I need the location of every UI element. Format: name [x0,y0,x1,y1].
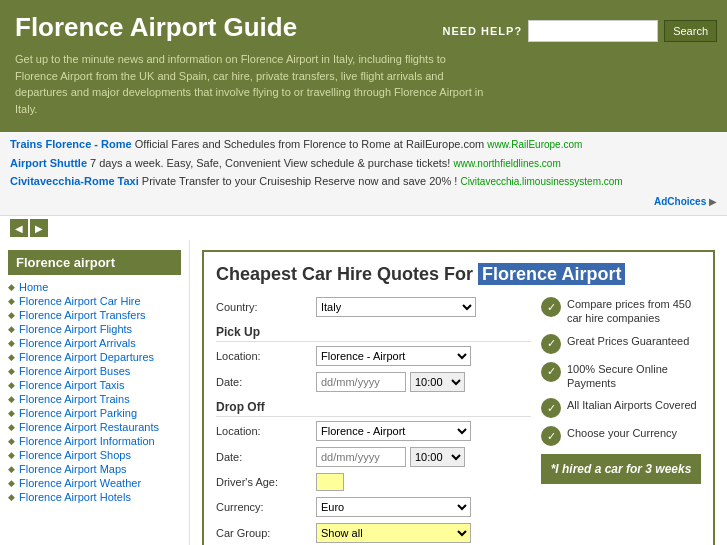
ad-url-1: www.RailEurope.com [487,139,582,150]
drivers-age-input[interactable] [316,473,344,491]
country-label: Country: [216,301,316,313]
dropoff-location-select[interactable]: Florence - Airport [316,421,471,441]
ad-url-3: Civitavecchia.limousinessystem.com [460,176,622,187]
dropoff-time-select[interactable]: 10:00 [410,447,465,467]
list-item[interactable]: ◆ Florence Airport Buses [8,365,181,377]
feature-item-1: ✓ Compare prices from 450 car hire compa… [541,297,701,326]
feature-text-1: Compare prices from 450 car hire compani… [567,297,697,326]
feature-check-icon-4: ✓ [541,398,561,418]
list-item[interactable]: ◆ Florence Airport Arrivals [8,337,181,349]
car-group-row: Car Group: Show all [216,523,531,543]
dropoff-date-label: Date: [216,451,316,463]
feature-check-icon-5: ✓ [541,426,561,446]
nav-arrows-container: ◀ ▶ [0,216,727,240]
list-item[interactable]: ◆ Florence Airport Restaurants [8,421,181,433]
header: Florence Airport Guide Get up to the min… [0,0,727,132]
form-with-features: Country: Italy Pick Up Location: Florenc… [216,297,701,545]
testimonial-box: *I hired a car for 3 weeks [541,454,701,484]
feature-text-2: Great Prices Guaranteed [567,334,689,348]
ad-choices-arrow: ▶ [709,196,717,207]
ad-text-1: Official Fares and Schedules from Floren… [135,138,488,150]
list-item[interactable]: ◆ Florence Airport Transfers [8,309,181,321]
need-help-label: NEED HELP? [442,25,522,37]
list-item[interactable]: ◆ Florence Airport Maps [8,463,181,475]
feature-check-icon-3: ✓ [541,362,561,382]
dropoff-date-inputs: 10:00 [316,447,465,467]
ad-link-3[interactable]: Civitavecchia-Rome Taxi [10,175,139,187]
ad-text-3: Private Transfer to your Cruiseship Rese… [142,175,461,187]
pickup-location-row: Location: Florence - Airport [216,346,531,366]
features-panel: ✓ Compare prices from 450 car hire compa… [541,297,701,545]
currency-row: Currency: Euro [216,497,531,517]
ad-link-2[interactable]: Airport Shuttle [10,157,87,169]
ad-text-2: 7 days a week. Easy, Safe, Convenient Vi… [90,157,453,169]
drivers-age-row: Driver's Age: [216,473,531,491]
feature-check-icon-2: ✓ [541,334,561,354]
feature-text-3: 100% Secure Online Payments [567,362,697,391]
sidebar: Florence airport ◆ Home ◆ Florence Airpo… [0,240,190,545]
pickup-date-label: Date: [216,376,316,388]
pickup-section-header: Pick Up [216,325,531,342]
pickup-date-inputs: 10:00 [316,372,465,392]
nav-next-button[interactable]: ▶ [30,219,48,237]
currency-select[interactable]: Euro [316,497,471,517]
feature-item-3: ✓ 100% Secure Online Payments [541,362,701,391]
content-area: Cheapest Car Hire Quotes For Florence Ai… [190,240,727,545]
pickup-date-input[interactable] [316,372,406,392]
car-hire-title: Cheapest Car Hire Quotes For Florence Ai… [216,264,701,285]
form-fields: Country: Italy Pick Up Location: Florenc… [216,297,531,545]
country-row: Country: Italy [216,297,531,317]
ad-choices-link[interactable]: AdChoices [654,196,706,207]
pickup-location-label: Location: [216,350,316,362]
country-select[interactable]: Italy [316,297,476,317]
list-item[interactable]: ◆ Florence Airport Car Hire [8,295,181,307]
ad-row-1: Trains Florence - Rome Official Fares an… [10,135,717,154]
list-item[interactable]: ◆ Florence Airport Shops [8,449,181,461]
feature-text-5: Choose your Currency [567,426,677,440]
pickup-date-row: Date: 10:00 [216,372,531,392]
ad-link-1[interactable]: Trains Florence - Rome [10,138,132,150]
sidebar-title: Florence airport [8,250,181,275]
sidebar-item-home[interactable]: ◆ Home [8,281,181,293]
dropoff-location-row: Location: Florence - Airport [216,421,531,441]
header-description: Get up to the minute news and informatio… [15,51,485,117]
help-search-input[interactable] [528,20,658,42]
list-item[interactable]: ◆ Florence Airport Weather [8,477,181,489]
car-group-select[interactable]: Show all [316,523,471,543]
feature-item-2: ✓ Great Prices Guaranteed [541,334,701,354]
list-item[interactable]: ◆ Florence Airport Flights [8,323,181,335]
search-button[interactable]: Search [664,20,717,42]
list-item[interactable]: ◆ Florence Airport Trains [8,393,181,405]
main-layout: Florence airport ◆ Home ◆ Florence Airpo… [0,240,727,545]
car-hire-form-box: Cheapest Car Hire Quotes For Florence Ai… [202,250,715,545]
dropoff-section-header: Drop Off [216,400,531,417]
ad-choices-row: AdChoices ▶ [10,191,717,212]
dropoff-date-input[interactable] [316,447,406,467]
list-item[interactable]: ◆ Florence Airport Taxis [8,379,181,391]
sidebar-nav: ◆ Home ◆ Florence Airport Car Hire ◆ Flo… [8,281,181,503]
need-help-section: NEED HELP? Search [442,20,717,42]
dropoff-date-row: Date: 10:00 [216,447,531,467]
ad-bar: Trains Florence - Rome Official Fares an… [0,132,727,216]
ad-row-3: Civitavecchia-Rome Taxi Private Transfer… [10,172,717,191]
ad-url-2: www.northfieldlines.com [453,158,560,169]
pickup-location-select[interactable]: Florence - Airport [316,346,471,366]
currency-label: Currency: [216,501,316,513]
car-group-label: Car Group: [216,527,316,539]
list-item[interactable]: ◆ Florence Airport Departures [8,351,181,363]
list-item[interactable]: ◆ Florence Airport Hotels [8,491,181,503]
car-hire-highlight: Florence Airport [478,263,625,285]
feature-item-4: ✓ All Italian Airports Covered [541,398,701,418]
ad-row-2: Airport Shuttle 7 days a week. Easy, Saf… [10,154,717,173]
pickup-time-select[interactable]: 10:00 [410,372,465,392]
list-item[interactable]: ◆ Florence Airport Parking [8,407,181,419]
feature-text-4: All Italian Airports Covered [567,398,697,412]
nav-prev-button[interactable]: ◀ [10,219,28,237]
drivers-age-label: Driver's Age: [216,476,316,488]
feature-item-5: ✓ Choose your Currency [541,426,701,446]
dropoff-location-label: Location: [216,425,316,437]
list-item[interactable]: ◆ Florence Airport Information [8,435,181,447]
feature-check-icon-1: ✓ [541,297,561,317]
